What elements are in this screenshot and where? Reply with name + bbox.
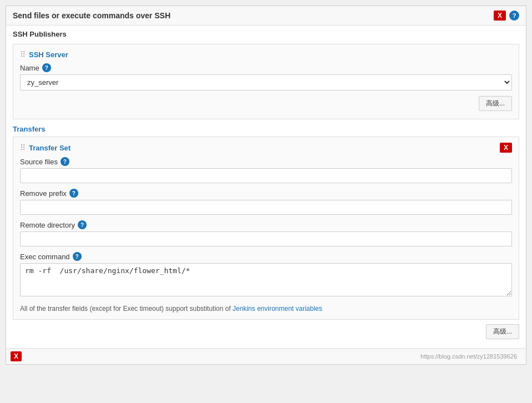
source-files-help-icon[interactable]: ? (61, 157, 69, 166)
remote-directory-input[interactable] (20, 231, 512, 246)
remove-prefix-row: Remove prefix ? (20, 189, 512, 215)
transfers-section: Transfers ⠿ Transfer Set X Source files … (13, 125, 519, 339)
header-bar: Send files or execute commands over SSH … (6, 6, 526, 26)
transfers-advanced-row: 高级... (13, 324, 519, 339)
drag-handle: ⠿ (20, 50, 26, 59)
name-label-text: Name (20, 64, 39, 72)
remote-directory-label-text: Remote directory (20, 221, 75, 229)
bottom-red-indicator: X (11, 351, 22, 361)
header-help-icon[interactable]: ? (509, 11, 519, 21)
header-close-button[interactable]: X (494, 11, 506, 21)
transfer-set-title: Transfer Set (29, 144, 71, 152)
exec-command-label-text: Exec command (20, 253, 70, 261)
ssh-server-advanced-btn[interactable]: 高级... (479, 96, 512, 111)
server-name-select[interactable]: zy_server (20, 74, 512, 90)
remove-prefix-label-text: Remove prefix (20, 189, 67, 198)
source-files-label-text: Source files (20, 158, 58, 166)
source-files-input[interactable] (20, 168, 512, 183)
name-field-row: Name ? zy_server (20, 63, 512, 90)
ssh-server-block-header: ⠿ SSH Server (20, 50, 512, 59)
ssh-server-title: SSH Server (29, 51, 68, 59)
exec-command-textarea[interactable]: rm -rf /usr/share/nginx/flower_html/* (20, 263, 512, 296)
transfer-set-close-btn[interactable]: X (500, 143, 512, 153)
main-container: Send files or execute commands over SSH … (6, 6, 526, 365)
ssh-server-advanced-row: 高级... (20, 96, 512, 111)
exec-command-row: Exec command ? rm -rf /usr/share/nginx/f… (20, 252, 512, 298)
header-title: Send files or execute commands over SSH (13, 11, 170, 20)
info-text-prefix: All of the transfer fields (except for E… (20, 305, 233, 313)
remote-directory-label: Remote directory ? (20, 220, 512, 229)
remote-directory-help-icon[interactable]: ? (78, 220, 87, 229)
transfer-drag-handle: ⠿ (20, 143, 26, 152)
transfers-label: Transfers (13, 125, 519, 133)
source-files-label: Source files ? (20, 157, 512, 166)
transfer-set-block: ⠿ Transfer Set X Source files ? (13, 137, 519, 320)
transfer-set-header: ⠿ Transfer Set X (20, 143, 512, 153)
remote-directory-row: Remote directory ? (20, 220, 512, 246)
transfer-set-title-row: ⠿ Transfer Set (20, 143, 71, 152)
header-icons: X ? (494, 11, 519, 21)
exec-command-label: Exec command ? (20, 252, 512, 261)
info-text: All of the transfer fields (except for E… (20, 304, 512, 314)
remove-prefix-input[interactable] (20, 200, 512, 215)
name-label: Name ? (20, 63, 512, 72)
source-files-row: Source files ? (20, 157, 512, 183)
bottom-bar: X https://blog.csdn.net/zy1281539626 (6, 348, 526, 364)
ssh-publishers-label: SSH Publishers (6, 26, 526, 42)
remove-prefix-help-icon[interactable]: ? (69, 189, 78, 198)
ssh-server-block: ⠿ SSH Server Name ? zy_server 高级... (13, 44, 519, 119)
content-area: ⠿ SSH Server Name ? zy_server 高级... Tran… (6, 42, 526, 348)
name-help-icon[interactable]: ? (42, 63, 51, 72)
exec-command-help-icon[interactable]: ? (73, 252, 82, 261)
transfers-advanced-btn[interactable]: 高级... (486, 324, 519, 339)
jenkins-env-vars-link[interactable]: Jenkins environment variables (233, 305, 322, 313)
bottom-url: https://blog.csdn.net/zy1281539626 (416, 351, 521, 362)
remove-prefix-label: Remove prefix ? (20, 189, 512, 198)
